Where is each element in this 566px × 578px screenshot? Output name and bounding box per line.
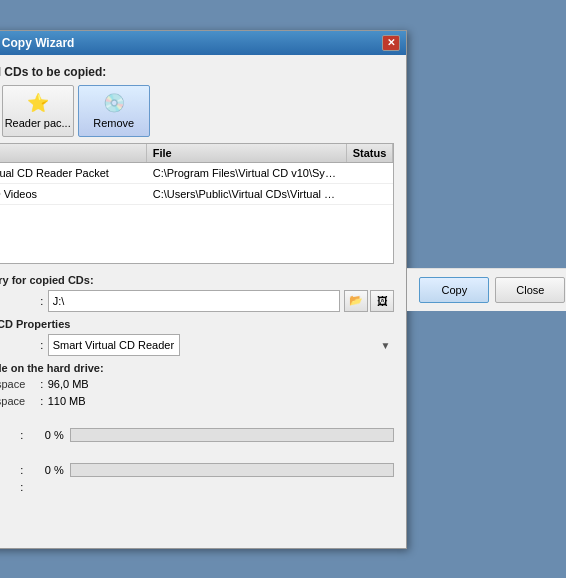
dialog-content: List of virtual CDs to be copied: 📁 Add.… [0, 55, 406, 548]
close-dialog-button[interactable]: Close [495, 277, 565, 303]
remove-icon: 💿 [103, 92, 125, 114]
path-label: Path [0, 295, 36, 307]
row2-status [347, 191, 394, 197]
autorun-row: Autorun : Smart Virtual CD Reader None C… [0, 334, 394, 356]
table-row[interactable]: Smart Virtual CD Reader Packet C:\Progra… [0, 163, 393, 184]
reader-pac-icon: ⭐ [27, 92, 49, 114]
table-row[interactable]: Virtual CD Videos C:\Users\Public\Virtua… [0, 184, 393, 205]
bottom-buttons: Copy Close Help [407, 268, 566, 311]
progress-area: All : 0 % Current file: 0 / 0 : 0 % [0, 428, 394, 496]
toolbar: 📁 Add... ⭐ Reader pac... 💿 Remove [0, 85, 394, 137]
window-title: Virtual CD Copy Wizard [0, 36, 74, 50]
progress-section: Progress: All : 0 % Current file: [0, 413, 394, 538]
cd-list-section-label: List of virtual CDs to be copied: [0, 65, 394, 79]
path-input[interactable] [48, 290, 341, 312]
all-label: All [0, 429, 16, 441]
file-list-header: Description File Status [0, 144, 393, 163]
path-colon: : [36, 295, 48, 307]
smart-props-label: Smart Virtual CD Properties [0, 318, 394, 330]
file-progress-row: 0 / 0 : 0 % [0, 463, 394, 477]
select-arrow-icon: ▼ [380, 339, 390, 350]
close-button[interactable]: ✕ [382, 35, 400, 51]
remove-button[interactable]: 💿 Remove [78, 85, 150, 137]
progress-bars: All : 0 % Current file: 0 / 0 : 0 % [0, 428, 394, 496]
reader-pac-label: Reader pac... [5, 117, 71, 129]
row1-status [347, 170, 394, 176]
autorun-colon: : [36, 339, 48, 351]
browse-folder-button[interactable]: 📂 [344, 290, 368, 312]
path-row: Path : 📂 🖼 [0, 290, 394, 312]
available-space-row: Available disk space : 110 MB [0, 395, 394, 407]
current-file-label-row: Current file: [0, 446, 394, 460]
file-list-body: Smart Virtual CD Reader Packet C:\Progra… [0, 163, 393, 263]
autorun-select[interactable]: Smart Virtual CD Reader None Custom [48, 334, 180, 356]
reader-pac-button[interactable]: ⭐ Reader pac... [2, 85, 74, 137]
all-progress-bar [70, 428, 395, 442]
required-value: 96,0 MB [48, 378, 395, 390]
col-status: Status [347, 144, 394, 162]
disk-space-label: Space available on the hard drive: [0, 362, 394, 374]
row2-description: Virtual CD Videos [0, 188, 37, 200]
required-space-row: Required disk space : 96,0 MB [0, 378, 394, 390]
all-pct: 0 % [28, 429, 64, 441]
autorun-label: Autorun [0, 339, 36, 351]
remove-label: Remove [93, 117, 134, 129]
available-colon: : [36, 395, 48, 407]
required-colon: : [36, 378, 48, 390]
target-dir-label: Target directory for copied CDs: [0, 274, 394, 286]
path-buttons: 📂 🖼 [344, 290, 394, 312]
progress-label: Progress: [0, 413, 394, 425]
file-progress-bar [70, 463, 395, 477]
row1-description: Smart Virtual CD Reader Packet [0, 167, 109, 179]
browse-cd-button[interactable]: 🖼 [370, 290, 394, 312]
col-file: File [147, 144, 347, 162]
row1-file: C:\Program Files\Virtual CD v10\Syst... [147, 164, 347, 182]
available-value: 110 MB [48, 395, 395, 407]
main-window: 💿 Virtual CD Copy Wizard ✕ List of virtu… [0, 30, 407, 549]
file-name-row: File : [0, 481, 394, 493]
copy-button[interactable]: Copy [419, 277, 489, 303]
title-bar: 💿 Virtual CD Copy Wizard ✕ [0, 31, 406, 55]
file-list: Description File Status Smart Virtual CD… [0, 143, 394, 264]
all-progress-row: All : 0 % [0, 428, 394, 442]
file-pct: 0 % [28, 464, 64, 476]
row2-file: C:\Users\Public\Virtual CDs\Virtual C... [147, 185, 347, 203]
file-counter: 0 / 0 [0, 464, 16, 476]
col-description: Description [0, 144, 147, 162]
file-label: File [0, 481, 16, 493]
available-label: Available disk space [0, 395, 36, 407]
autorun-select-wrapper: Smart Virtual CD Reader None Custom ▼ [48, 334, 395, 356]
required-label: Required disk space [0, 378, 36, 390]
